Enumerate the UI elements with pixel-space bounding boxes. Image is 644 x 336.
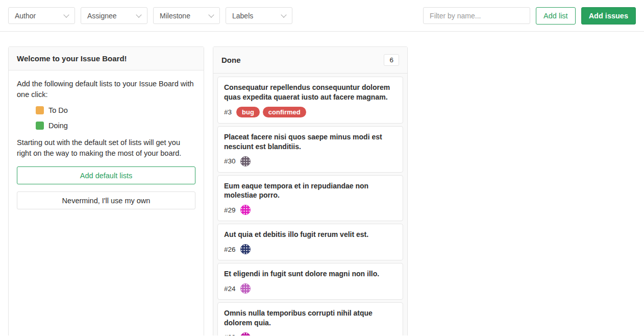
- nevermind-button[interactable]: Nevermind, I'll use my own: [17, 191, 195, 209]
- author-filter-label: Author: [15, 12, 36, 20]
- add-list-button[interactable]: Add list: [536, 7, 576, 25]
- assignee-filter-dropdown[interactable]: Assignee: [81, 7, 147, 24]
- todo-color-swatch: [36, 106, 44, 114]
- issue-card-footer: #30: [224, 156, 397, 166]
- doing-color-swatch: [36, 122, 44, 130]
- todo-list-label: To Do: [48, 105, 68, 116]
- issue-board: Welcome to your Issue Board! Add the fol…: [0, 32, 644, 335]
- issue-card-footer: #23: [224, 332, 397, 335]
- issue-number: #30: [224, 157, 236, 165]
- issue-title[interactable]: Eum eaque tempora et in repudiandae non …: [224, 181, 397, 201]
- issue-number: #23: [224, 333, 236, 335]
- milestone-filter-label: Milestone: [160, 12, 190, 20]
- issue-card-footer: #3 bug confirmed: [224, 107, 397, 117]
- welcome-panel: Welcome to your Issue Board! Add the fol…: [8, 46, 204, 335]
- assignee-avatar[interactable]: [240, 283, 251, 294]
- issue-card[interactable]: Placeat facere nisi quos saepe minus mod…: [217, 126, 403, 173]
- assignee-avatar[interactable]: [240, 156, 251, 166]
- toolbar-actions: Add list Add issues: [423, 7, 636, 25]
- labels-filter-dropdown[interactable]: Labels: [226, 7, 292, 24]
- issue-card[interactable]: Consequatur repellendus consequuntur dol…: [217, 77, 403, 124]
- done-column: Done 6 Consequatur repellendus consequun…: [213, 46, 408, 335]
- issue-number: #26: [224, 246, 236, 253]
- author-filter-dropdown[interactable]: Author: [8, 7, 75, 24]
- chevron-down-icon: [208, 12, 214, 17]
- welcome-panel-header: Welcome to your Issue Board!: [9, 47, 204, 70]
- issue-card-footer: #24: [224, 283, 397, 294]
- add-default-lists-button[interactable]: Add default lists: [17, 166, 195, 184]
- milestone-filter-dropdown[interactable]: Milestone: [153, 7, 220, 24]
- issue-title[interactable]: Omnis nulla temporibus corrupti nihil at…: [224, 308, 397, 328]
- issue-title[interactable]: Et eligendi in fugit sunt dolore magni n…: [224, 269, 397, 279]
- issue-count-badge: 6: [384, 54, 399, 66]
- done-card-list[interactable]: Consequatur repellendus consequuntur dol…: [213, 74, 407, 335]
- filter-toolbar: Author Assignee Milestone Labels Add lis…: [0, 0, 644, 32]
- done-column-title: Done: [221, 56, 241, 64]
- default-list-item-todo: To Do: [36, 105, 195, 116]
- welcome-panel-body: Add the following default lists to your …: [9, 70, 204, 218]
- label-bug[interactable]: bug: [236, 107, 260, 117]
- issue-title[interactable]: Placeat facere nisi quos saepe minus mod…: [224, 132, 397, 152]
- issue-title[interactable]: Consequatur repellendus consequuntur dol…: [224, 83, 397, 102]
- issue-card-footer: #29: [224, 205, 397, 215]
- done-column-header[interactable]: Done 6: [213, 47, 407, 74]
- assignee-avatar[interactable]: [240, 332, 251, 335]
- issue-number: #3: [224, 108, 232, 116]
- chevron-down-icon: [136, 12, 141, 17]
- issue-title[interactable]: Aut quia et debitis illo fugit rerum vel…: [224, 230, 397, 239]
- issue-card[interactable]: Eum eaque tempora et in repudiandae non …: [217, 175, 403, 222]
- doing-list-label: Doing: [48, 121, 68, 131]
- issue-number: #29: [224, 206, 236, 214]
- issue-card-footer: #26: [224, 244, 397, 254]
- filter-by-name-input[interactable]: [423, 7, 530, 24]
- welcome-intro-text: Add the following default lists to your …: [17, 79, 195, 100]
- chevron-down-icon: [63, 12, 69, 17]
- issue-card[interactable]: Aut quia et debitis illo fugit rerum vel…: [217, 224, 403, 260]
- add-issues-button[interactable]: Add issues: [581, 7, 636, 25]
- chevron-down-icon: [281, 12, 286, 17]
- issue-card[interactable]: Et eligendi in fugit sunt dolore magni n…: [217, 263, 403, 300]
- issue-card[interactable]: Omnis nulla temporibus corrupti nihil at…: [217, 302, 403, 335]
- default-list-item-doing: Doing: [36, 121, 195, 131]
- assignee-avatar[interactable]: [240, 244, 251, 254]
- label-confirmed[interactable]: confirmed: [263, 107, 306, 117]
- welcome-outro-text: Starting out with the default set of lis…: [17, 137, 195, 158]
- issue-number: #24: [224, 285, 236, 293]
- assignee-avatar[interactable]: [240, 205, 251, 215]
- assignee-filter-label: Assignee: [87, 12, 117, 20]
- welcome-panel-title: Welcome to your Issue Board!: [17, 54, 127, 63]
- labels-filter-label: Labels: [232, 12, 253, 20]
